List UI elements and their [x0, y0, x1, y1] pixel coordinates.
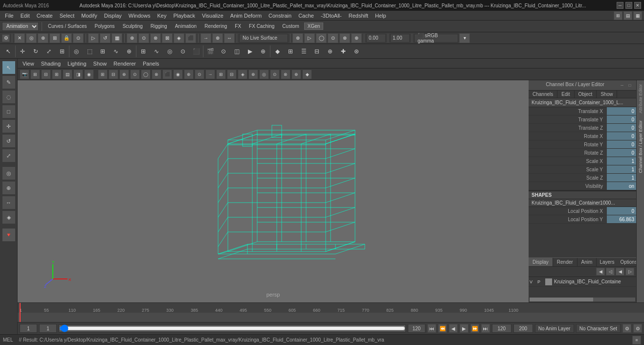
- channel-rotate-y[interactable]: Rotate Y 0: [529, 140, 636, 149]
- channel-rotate-x[interactable]: Rotate X 0: [529, 132, 636, 140]
- vp-icon17[interactable]: ⊙: [270, 69, 280, 79]
- toolbar-icon9[interactable]: ◈: [174, 33, 184, 43]
- vp-icon16[interactable]: ◎: [259, 69, 269, 79]
- panel-expand-icon[interactable]: □: [626, 82, 633, 89]
- close-btn[interactable]: ✕: [634, 2, 641, 9]
- vp-grid-icon[interactable]: ⊟: [41, 69, 51, 79]
- paint-select-btn[interactable]: ✎: [2, 75, 16, 89]
- no-live-surface-label[interactable]: No Live Surface: [239, 34, 288, 43]
- rotate-btn[interactable]: ↺: [2, 134, 16, 148]
- vp-icon19[interactable]: ⊕: [291, 69, 301, 79]
- attribute-editor-label[interactable]: Attribute Editor: [638, 84, 643, 114]
- toolbar-icon4[interactable]: ▦: [111, 33, 122, 43]
- menu-help[interactable]: Help: [372, 12, 389, 19]
- anim-settings-btn[interactable]: ⚙: [622, 324, 631, 333]
- scale-tool-icon[interactable]: ⤢: [43, 45, 55, 58]
- misc-icon-1[interactable]: ✚: [337, 45, 350, 58]
- menu-create[interactable]: Create: [34, 12, 56, 19]
- menu-anim-deform[interactable]: Anim Deform: [227, 12, 265, 19]
- vp-icon13[interactable]: ⊟: [227, 69, 237, 79]
- layer-color-icon[interactable]: ◀: [596, 268, 605, 276]
- layer-lock-icon[interactable]: ◀: [616, 268, 624, 276]
- tab-custom[interactable]: Custom: [279, 23, 302, 29]
- layer-vis-v[interactable]: V: [530, 279, 536, 284]
- toolbar-lasso-icon[interactable]: ◎: [26, 33, 37, 43]
- tab-curves-surfaces[interactable]: Curves / Surfaces: [45, 23, 89, 29]
- toolbar-select-icon[interactable]: ✕: [14, 33, 25, 43]
- select-mode-btn[interactable]: ↖: [2, 61, 16, 74]
- snap-surface-icon[interactable]: ⬛: [190, 45, 202, 58]
- vp-icon6[interactable]: ⊗: [152, 69, 161, 79]
- tab-polygons[interactable]: Polygons: [91, 23, 117, 29]
- layer-menu-layers[interactable]: Layers: [597, 258, 617, 266]
- menu-windows[interactable]: Windows: [126, 12, 154, 19]
- menu-edit[interactable]: Edit: [18, 12, 33, 19]
- misc-icon-2[interactable]: ⊛: [350, 45, 363, 58]
- toolbar-snap-icon[interactable]: ⊙: [73, 33, 84, 43]
- vp-persp-icon[interactable]: ⊞: [30, 69, 40, 79]
- play-back-btn[interactable]: ◀: [449, 324, 458, 333]
- vp-icon4[interactable]: ⊙: [130, 69, 140, 79]
- playhead[interactable]: [20, 303, 21, 322]
- lasso-select-btn[interactable]: ◌: [2, 90, 16, 104]
- vp-icon11[interactable]: →: [205, 69, 215, 79]
- toolbar-paint-icon[interactable]: ⊕: [38, 33, 48, 43]
- menu-select[interactable]: Select: [57, 12, 78, 19]
- snap-btn[interactable]: ⊕: [2, 181, 16, 195]
- hypershade-icon[interactable]: ◆: [271, 45, 284, 58]
- minimize-btn[interactable]: ─: [617, 2, 623, 9]
- vp-icon1[interactable]: ⊞: [98, 69, 108, 79]
- start-frame-input[interactable]: [20, 324, 37, 333]
- cb-tab-channels[interactable]: Channels: [529, 91, 557, 98]
- node-editor-icon[interactable]: ⊞: [284, 45, 297, 58]
- channel-translate-z[interactable]: Translate Z 0: [529, 124, 636, 132]
- move-btn[interactable]: ✛: [2, 119, 16, 133]
- layer-hide-icon[interactable]: ◁: [606, 268, 615, 276]
- toolbar-icon13[interactable]: ↔: [224, 33, 235, 43]
- frame-range-slider[interactable]: [59, 324, 406, 332]
- measure-btn[interactable]: ↔: [2, 196, 16, 209]
- timeline-keys[interactable]: [18, 313, 644, 322]
- xform-icon[interactable]: ⊕: [324, 45, 336, 58]
- toolbar-icon12[interactable]: ⊕: [212, 33, 223, 43]
- toolbar-icon8[interactable]: ⊠: [162, 33, 173, 43]
- vp-smooth-icon[interactable]: ◉: [84, 69, 94, 79]
- vp-icon5[interactable]: ◯: [141, 69, 151, 79]
- channel-scale-y[interactable]: Scale Y 1: [529, 165, 636, 174]
- seq-render-icon[interactable]: ▶: [244, 45, 256, 58]
- workspace-icon-2[interactable]: ▤: [623, 11, 632, 20]
- anim-layer-select[interactable]: No Anim Layer: [535, 324, 574, 333]
- toolbar-settings-icon[interactable]: ⚙: [2, 34, 10, 42]
- axis-btn[interactable]: 🔻: [2, 228, 16, 242]
- toolbar-lock-icon[interactable]: 🔒: [61, 33, 72, 43]
- menu-playback[interactable]: Playback: [170, 12, 198, 19]
- toolbar-icon11[interactable]: →: [200, 33, 211, 43]
- show-manips-icon[interactable]: ⊕: [123, 45, 135, 58]
- vp-icon7[interactable]: ⬛: [162, 69, 172, 79]
- channel-local-pos-y[interactable]: Local Position Y 66.863: [529, 215, 636, 224]
- vp-camera-icon[interactable]: 📷: [20, 69, 29, 79]
- uv-editor-icon[interactable]: ⊟: [311, 45, 323, 58]
- menu-constrain[interactable]: Constrain: [266, 12, 294, 19]
- char-set-btn[interactable]: ⚙: [633, 324, 642, 333]
- maximize-btn[interactable]: □: [625, 2, 632, 9]
- show-render-icon[interactable]: ◫: [230, 45, 243, 58]
- channel-scale-z[interactable]: Scale Z 1: [529, 174, 636, 182]
- vp-icon12[interactable]: ⊞: [216, 69, 226, 79]
- toolbar-icon18[interactable]: ⊗: [339, 33, 350, 43]
- cb-tab-object[interactable]: Object: [575, 91, 597, 98]
- viewport-3d[interactable]: .wire { stroke: #00ffcc; stroke-width: 0…: [18, 80, 529, 302]
- vp-icon18[interactable]: ⊗: [281, 69, 290, 79]
- transform-tool-icon[interactable]: ⊞: [56, 45, 68, 58]
- layer-scroll-area[interactable]: [529, 287, 636, 302]
- marquee-btn[interactable]: □: [2, 105, 16, 118]
- menu-modify[interactable]: Modify: [78, 12, 100, 19]
- channel-visibility[interactable]: Visibility on: [529, 182, 636, 190]
- snap-grid-icon[interactable]: ⊞: [137, 45, 150, 58]
- vp-icon3[interactable]: ⊕: [119, 69, 129, 79]
- toolbar-icon3[interactable]: ↺: [100, 33, 111, 43]
- toolbar-icon6[interactable]: ⊙: [138, 33, 149, 43]
- color-profile-dropdown[interactable]: ▾: [459, 33, 470, 43]
- animation-mode-select[interactable]: Animation: [2, 22, 39, 31]
- soft-mod-icon[interactable]: ◎: [70, 45, 83, 58]
